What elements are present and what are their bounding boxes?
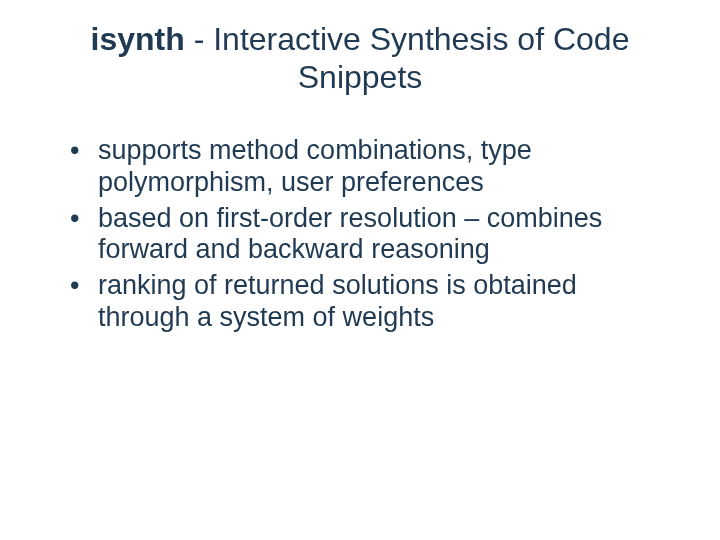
title-rest: - Interactive Synthesis of Code Snippets [185, 21, 630, 95]
slide-title: isynth - Interactive Synthesis of Code S… [0, 20, 720, 97]
list-item: ranking of returned solutions is obtaine… [70, 270, 665, 334]
list-item: based on first-order resolution – combin… [70, 203, 665, 267]
list-item: supports method combinations, type polym… [70, 135, 665, 199]
slide: isynth - Interactive Synthesis of Code S… [0, 20, 720, 520]
title-bold: isynth [91, 21, 185, 57]
bullet-list: supports method combinations, type polym… [0, 135, 720, 334]
